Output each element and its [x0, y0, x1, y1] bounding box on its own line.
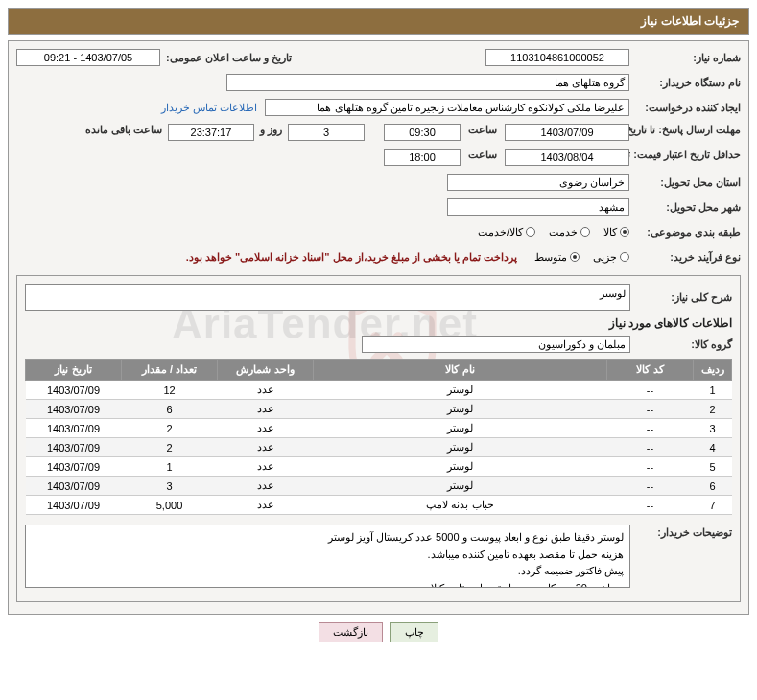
radio-goods[interactable] [620, 227, 629, 237]
note-line: پیش فاکتور ضمیمه گردد. [32, 563, 624, 580]
radio-service[interactable] [580, 227, 590, 237]
table-row: 1--لوسترعدد121403/07/09 [26, 381, 732, 400]
table-row: 4--لوسترعدد21403/07/09 [26, 438, 732, 457]
table-row: 3--لوسترعدد21403/07/09 [26, 419, 732, 438]
cell-n: 1 [694, 381, 732, 400]
cell-name: لوستر [314, 477, 607, 496]
cell-n: 7 [694, 496, 732, 515]
announce-dt-value: 1403/07/05 - 09:21 [16, 49, 160, 66]
deadline-days-suffix: روز و [260, 122, 282, 136]
buyer-contact-link[interactable]: اطلاعات تماس خریدار [161, 102, 257, 114]
city-label: شهر محل تحویل: [635, 201, 741, 214]
province-value: خراسان رضوی [447, 174, 629, 191]
validity-label: حداقل تاریخ اعتبار قیمت: تا تاریخ: [635, 147, 741, 161]
note-line: پرداخت 20 روز کاری پس از تحویل و تایید ک… [32, 580, 624, 588]
overview-label: شرح کلی نیاز: [636, 292, 732, 304]
cell-code: -- [607, 381, 694, 400]
cell-code: -- [607, 419, 694, 438]
cell-unit: عدد [218, 477, 314, 496]
goods-group-label: گروه کالا: [636, 338, 732, 351]
deadline-days: 3 [288, 124, 365, 141]
deadline-label: مهلت ارسال پاسخ: تا تاریخ: [635, 122, 741, 136]
proc-type-note: پرداخت تمام یا بخشی از مبلغ خرید،از محل … [186, 251, 517, 264]
cell-qty: 3 [122, 477, 218, 496]
cell-n: 5 [694, 457, 732, 477]
cell-qty: 2 [122, 419, 218, 438]
requester-value: علیرضا ملکی کولانکوه کارشناس معاملات زنج… [265, 99, 629, 116]
cell-qty: 5,000 [122, 496, 218, 515]
announce-dt-label: تاریخ و ساعت اعلان عمومی: [166, 52, 292, 64]
cell-date: 1403/07/09 [26, 457, 122, 477]
proc-type-label: نوع فرآیند خرید: [635, 251, 741, 264]
cell-date: 1403/07/09 [26, 438, 122, 457]
deadline-countdown: 23:37:17 [168, 124, 254, 141]
goods-group-value: مبلمان و دکوراسیون [362, 336, 630, 353]
cell-date: 1403/07/09 [26, 381, 122, 400]
page-title: جزئیات اطلاعات نیاز [8, 8, 749, 35]
proc-type-radio-group: جزیی متوسط [534, 251, 629, 264]
print-button[interactable]: چاپ [390, 622, 438, 642]
cell-qty: 1 [122, 457, 218, 477]
radio-small-label: جزیی [593, 251, 617, 264]
cell-date: 1403/07/09 [26, 400, 122, 419]
buyer-notes-box[interactable]: لوستر دقیقا طبق نوع و ابعاد پیوست و 5000… [25, 525, 630, 588]
table-row: 2--لوسترعدد61403/07/09 [26, 400, 732, 419]
cell-date: 1403/07/09 [26, 477, 122, 496]
province-label: استان محل تحویل: [635, 176, 741, 189]
cell-n: 4 [694, 438, 732, 457]
cell-code: -- [607, 400, 694, 419]
th-qty: تعداد / مقدار [122, 360, 218, 381]
deadline-remain: ساعت باقی مانده [85, 122, 162, 136]
goods-section-title: اطلاعات کالاهای مورد نیاز [25, 316, 732, 330]
radio-small[interactable] [620, 252, 629, 262]
details-sub-panel: شرح کلی نیاز: لوستر اطلاعات کالاهای مورد… [16, 275, 741, 602]
category-label: طبقه بندی موضوعی: [635, 226, 741, 239]
validity-date: 1403/08/04 [505, 149, 629, 166]
th-code: کد کالا [607, 360, 694, 381]
cell-code: -- [607, 477, 694, 496]
requester-label: ایجاد کننده درخواست: [635, 102, 741, 114]
deadline-time: 09:30 [384, 124, 461, 141]
cell-qty: 2 [122, 438, 218, 457]
radio-medium-label: متوسط [534, 251, 567, 264]
cell-qty: 6 [122, 400, 218, 419]
cell-name: لوستر [314, 419, 607, 438]
need-no-value: 1103104861000052 [485, 49, 629, 66]
deadline-date: 1403/07/09 [505, 124, 629, 141]
cell-unit: عدد [218, 400, 314, 419]
radio-service-label: خدمت [549, 226, 578, 239]
th-row: ردیف [694, 360, 732, 381]
cell-name: حباب بدنه لامپ [314, 496, 607, 515]
cell-unit: عدد [218, 457, 314, 477]
goods-table: ردیف کد کالا نام کالا واحد شمارش تعداد /… [25, 359, 732, 515]
main-panel: AriaTender.net شماره نیاز: 1103104861000… [8, 40, 749, 615]
cell-n: 6 [694, 477, 732, 496]
cell-qty: 12 [122, 381, 218, 400]
cell-code: -- [607, 457, 694, 477]
buyer-notes-label: توضیحات خریدار: [636, 523, 732, 539]
cell-name: لوستر [314, 381, 607, 400]
th-name: نام کالا [314, 360, 607, 381]
cell-name: لوستر [314, 438, 607, 457]
cell-code: -- [607, 496, 694, 515]
radio-goods-service-label: کالا/خدمت [478, 226, 523, 239]
cell-unit: عدد [218, 496, 314, 515]
cell-unit: عدد [218, 381, 314, 400]
cell-name: لوستر [314, 457, 607, 477]
radio-medium[interactable] [570, 252, 580, 262]
table-row: 5--لوسترعدد11403/07/09 [26, 457, 732, 477]
cell-n: 2 [694, 400, 732, 419]
back-button[interactable]: بازگشت [319, 622, 383, 642]
cell-date: 1403/07/09 [26, 419, 122, 438]
need-no-label: شماره نیاز: [635, 52, 741, 64]
radio-goods-service[interactable] [526, 227, 535, 237]
cell-unit: عدد [218, 419, 314, 438]
cell-n: 3 [694, 419, 732, 438]
th-unit: واحد شمارش [218, 360, 314, 381]
cell-unit: عدد [218, 438, 314, 457]
note-line: لوستر دقیقا طبق نوع و ابعاد پیوست و 5000… [32, 529, 624, 547]
city-value: مشهد [447, 198, 629, 216]
overview-value: لوستر [25, 284, 630, 311]
deadline-time-label: ساعت [468, 122, 497, 136]
validity-time-label: ساعت [468, 147, 497, 161]
